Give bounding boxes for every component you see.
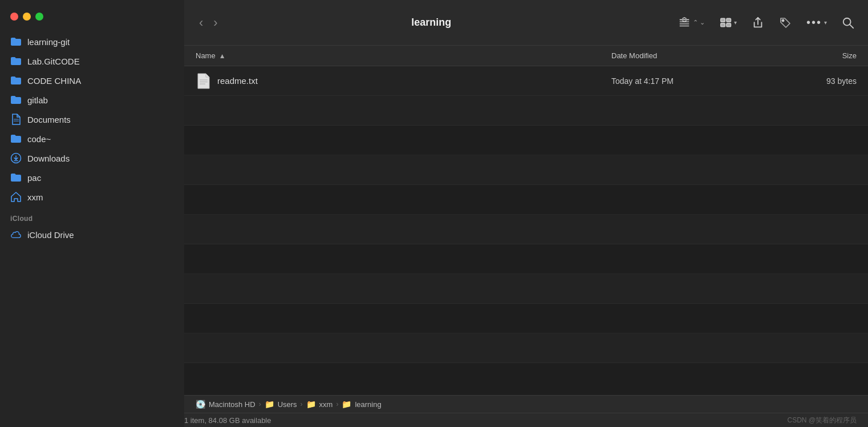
list-view-icon: [678, 17, 691, 29]
svg-line-16: [850, 25, 853, 28]
grid-view-icon: [720, 17, 732, 29]
sidebar-item-label: Lab.GitCODE: [27, 57, 80, 66]
window-title: learning: [230, 17, 632, 29]
sidebar-item-code-china[interactable]: CODE CHINA: [5, 71, 180, 90]
folder-icon: [10, 55, 22, 67]
more-chevron-icon: ▾: [824, 19, 827, 26]
breadcrumb-users[interactable]: 📁 Users: [265, 400, 297, 409]
breadcrumb-label: xxm: [319, 400, 333, 409]
name-column-header[interactable]: Name ▲: [196, 51, 611, 60]
sidebar-item-xxm[interactable]: xxm: [5, 187, 180, 207]
search-button[interactable]: [839, 14, 857, 31]
status-bar: 💽 Macintosh HD › 📁 Users › 📁 xxm › 📁 lea…: [184, 395, 868, 427]
sidebar-item-label: CODE CHINA: [27, 76, 81, 86]
file-list: readme.txt Today at 4:17 PM 93 bytes: [184, 66, 868, 395]
svg-rect-9: [721, 18, 725, 22]
sidebar-item-icloud-drive[interactable]: iCloud Drive: [5, 225, 180, 244]
back-button[interactable]: ‹: [196, 14, 206, 31]
grid-view-button[interactable]: ▾: [717, 14, 739, 31]
watermark: CSDN @笑着的程序员: [787, 416, 868, 425]
cloud-icon: [10, 229, 22, 240]
sidebar-item-pac[interactable]: pac: [5, 168, 180, 187]
sidebar-item-downloads[interactable]: Downloads: [5, 148, 180, 168]
svg-rect-10: [727, 18, 731, 22]
sort-chevron-icon: ⌃ ⌄: [693, 19, 705, 26]
icloud-section-label: iCloud: [0, 207, 184, 225]
svg-point-14: [782, 19, 784, 21]
toolbar: ‹ › learning ⌃ ⌄: [184, 0, 868, 46]
icloud-items: iCloud Drive: [0, 225, 184, 244]
empty-rows: [184, 96, 868, 363]
share-button[interactable]: [749, 14, 766, 31]
sidebar-item-documents[interactable]: Documents: [5, 110, 180, 129]
svg-rect-11: [721, 23, 725, 26]
file-date: Today at 4:17 PM: [611, 76, 771, 86]
breadcrumb: 💽 Macintosh HD › 📁 Users › 📁 xxm › 📁 lea…: [184, 396, 868, 413]
size-column-header[interactable]: Size: [771, 51, 857, 60]
traffic-lights: [0, 6, 184, 32]
sidebar-item-label: pac: [27, 173, 41, 183]
breadcrumb-macintosh-hd[interactable]: 💽 Macintosh HD: [196, 400, 255, 409]
breadcrumb-label: Users: [278, 400, 297, 409]
sidebar-item-learning-git[interactable]: learning-git: [5, 32, 180, 51]
sidebar-item-label: Downloads: [27, 154, 70, 163]
empty-row: [184, 333, 868, 363]
sidebar-item-label: learning-git: [27, 37, 70, 47]
download-icon: [10, 152, 22, 164]
sidebar-item-label: gitlab: [27, 95, 48, 105]
file-icon: [196, 72, 212, 90]
maximize-button[interactable]: [35, 13, 43, 21]
list-view-button[interactable]: ⌃ ⌄: [676, 14, 707, 31]
tag-icon: [779, 17, 792, 29]
disk-icon: 💽: [196, 400, 205, 409]
empty-row: [184, 244, 868, 274]
svg-rect-12: [727, 23, 731, 26]
main-content: ‹ › learning ⌃ ⌄: [184, 0, 868, 427]
breadcrumb-label: learning: [355, 400, 381, 409]
share-icon: [752, 17, 764, 29]
folder-icon: [10, 36, 22, 47]
table-row[interactable]: readme.txt Today at 4:17 PM 93 bytes: [184, 66, 868, 96]
sidebar-item-code-tilde[interactable]: code~: [5, 129, 180, 148]
file-size: 93 bytes: [771, 76, 857, 86]
folder-icon: [10, 172, 22, 183]
breadcrumb-label: Macintosh HD: [209, 400, 255, 409]
empty-row: [184, 215, 868, 244]
file-name: readme.txt: [217, 76, 258, 86]
empty-row: [184, 185, 868, 215]
sidebar-item-label: Documents: [27, 115, 71, 124]
nav-buttons: ‹ ›: [196, 14, 221, 31]
sidebar-items: learning-git Lab.GitCODE CODE CHINA: [0, 32, 184, 207]
folder-icon: 📁: [265, 400, 274, 409]
sidebar-item-lab-gitcode[interactable]: Lab.GitCODE: [5, 51, 180, 71]
folder-icon: [10, 75, 22, 86]
tag-button[interactable]: [777, 14, 794, 31]
empty-row: [184, 96, 868, 126]
search-icon: [842, 17, 854, 29]
close-button[interactable]: [10, 13, 18, 21]
minimize-button[interactable]: [23, 13, 31, 21]
file-name-cell: readme.txt: [196, 72, 611, 90]
toolbar-actions: ⌃ ⌄ ▾: [676, 14, 857, 31]
sidebar-item-label: code~: [27, 134, 51, 144]
breadcrumb-learning[interactable]: 📁 learning: [342, 400, 381, 409]
item-count: 1 item, 84.08 GB available: [184, 416, 271, 425]
grid-dropdown-icon: ▾: [734, 19, 737, 26]
folder-icon: [10, 94, 22, 106]
date-modified-column-header[interactable]: Date Modified: [611, 51, 771, 60]
breadcrumb-separator: ›: [336, 400, 338, 408]
forward-button[interactable]: ›: [210, 14, 221, 31]
folder-icon: [10, 133, 22, 144]
breadcrumb-xxm[interactable]: 📁 xxm: [306, 400, 333, 409]
sidebar-item-gitlab[interactable]: gitlab: [5, 90, 180, 110]
breadcrumb-separator: ›: [301, 400, 303, 408]
more-actions-button[interactable]: ••• ▾: [804, 14, 829, 31]
folder-icon: 📁: [342, 400, 351, 409]
empty-row: [184, 126, 868, 155]
sort-arrow-icon: ▲: [219, 52, 226, 60]
ellipsis-icon: •••: [806, 16, 822, 29]
info-bar: 1 item, 84.08 GB available CSDN @笑着的程序员: [184, 413, 868, 427]
sidebar-item-label: xxm: [27, 192, 43, 202]
sidebar-item-label: iCloud Drive: [27, 230, 74, 240]
folder-icon: 📁: [306, 400, 316, 409]
